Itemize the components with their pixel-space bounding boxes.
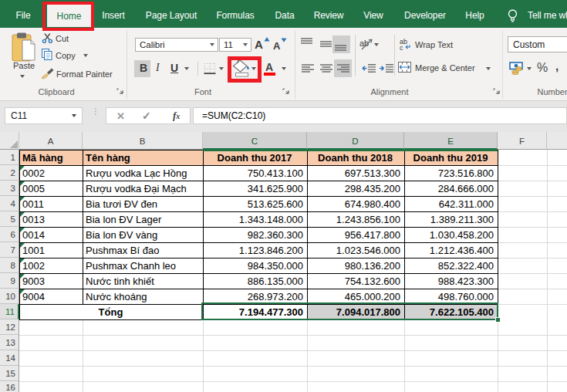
- svg-text:c: c: [400, 44, 403, 51]
